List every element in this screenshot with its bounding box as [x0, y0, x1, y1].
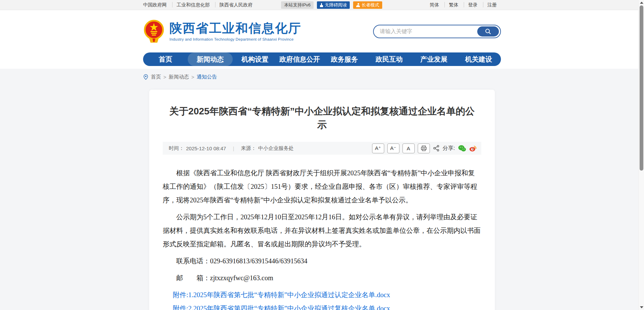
top-bar: 中国政府网 工业和信息化部 陕西省人民政府 本站支持IPv6 无障碍阅读 长者模… [0, 0, 644, 10]
elder-mode-button[interactable]: 长者模式 [353, 1, 382, 9]
nav-item-interaction[interactable]: 政民互动 [367, 52, 411, 66]
nav-item-home[interactable]: 首页 [143, 52, 188, 66]
top-link-china-gov[interactable]: 中国政府网 [143, 2, 171, 7]
publish-source: 中小企业服务处 [258, 145, 294, 152]
print-button[interactable] [418, 143, 430, 153]
wechat-share-icon[interactable] [458, 145, 466, 152]
accessibility-label: 无障碍阅读 [325, 2, 347, 8]
meta-separator: | [233, 146, 234, 151]
article-body: 根据《陕西省工业和信息化厅 陕西省财政厅关于组织开展2025年陕西省“专精特新”… [163, 166, 481, 310]
search-box [373, 25, 501, 38]
elder-mode-label: 长者模式 [362, 2, 379, 8]
font-decrease-button[interactable]: A⁻ [387, 143, 399, 153]
location-pin-icon [143, 74, 148, 80]
scrollbar-down-arrow[interactable] [640, 306, 643, 308]
main-nav-wrap: 首页 新闻动态 机构设置 政府信息公开 政务服务 政民互动 产业发展 机关建设 [0, 52, 644, 69]
search-button[interactable] [477, 26, 499, 37]
article-meta-bar: 时间： 2025-12-10 08:47 | 来源： 中小企业服务处 A⁺ A⁻… [163, 142, 481, 155]
traditional-chinese-link[interactable]: 繁体 [444, 2, 462, 7]
site-brand[interactable]: 陕西省工业和信息化厅 Industry and Information Tech… [143, 20, 301, 43]
nav-item-news[interactable]: 新闻动态 [188, 52, 232, 66]
article-meta-info: 时间： 2025-12-10 08:47 | 来源： 中小企业服务处 [169, 145, 294, 152]
breadcrumb-separator: > [191, 74, 194, 80]
contact-email: 邮 箱：zjtxzxqyfwc@163.com [163, 271, 481, 285]
breadcrumb-home[interactable]: 首页 [151, 74, 161, 80]
time-label: 时间： [169, 145, 184, 152]
font-reset-button[interactable]: A [402, 143, 415, 153]
national-emblem-logo [143, 20, 165, 43]
account-links: 简体 繁体 登录 注册 [426, 2, 501, 8]
breadcrumb-notices[interactable]: 通知公告 [197, 74, 217, 80]
login-link[interactable]: 登录 [464, 2, 482, 7]
scrollbar-up-arrow[interactable] [640, 2, 643, 4]
hand-icon [320, 3, 323, 7]
scrollbar-thumb[interactable] [640, 5, 643, 171]
share-label: 分享: [443, 145, 455, 152]
top-link-shaanxi-gov[interactable]: 陕西省人民政府 [215, 2, 257, 7]
article-tools: A⁺ A⁻ A 分享: [372, 143, 477, 153]
article-paragraph: 公示期为5个工作日，2025年12月10日至2025年12月16日。如对公示名单… [163, 210, 481, 251]
person-icon [356, 3, 360, 7]
share-icon [433, 145, 440, 152]
main-nav: 首页 新闻动态 机构设置 政府信息公开 政务服务 政民互动 产业发展 机关建设 [143, 52, 501, 66]
nav-item-agency[interactable]: 机关建设 [456, 52, 501, 66]
site-header: 陕西省工业和信息化厅 Industry and Information Tech… [0, 10, 644, 52]
page-background: 首页 > 新闻动态 > 通知公告 关于2025年陕西省“专精特新”中小企业拟认定… [0, 69, 644, 310]
search-icon [485, 28, 491, 35]
printer-icon [421, 146, 427, 151]
publish-time: 2025-12-10 08:47 [186, 146, 226, 151]
attachment-link-1[interactable]: 附件:1.2025年陕西省第七批“专精特新”中小企业拟通过认定企业名单.docx [173, 291, 390, 298]
site-subtitle: Industry and Information Technology Depa… [169, 37, 301, 41]
gov-site-links: 中国政府网 工业和信息化部 陕西省人民政府 [143, 2, 257, 8]
source-label: 来源： [241, 145, 256, 152]
nav-item-organization[interactable]: 机构设置 [233, 52, 277, 66]
site-title: 陕西省工业和信息化厅 [169, 21, 301, 36]
nav-item-industry[interactable]: 产业发展 [412, 52, 456, 66]
nav-item-gov-services[interactable]: 政务服务 [322, 52, 367, 66]
search-input[interactable] [380, 28, 477, 35]
breadcrumb: 首页 > 新闻动态 > 通知公告 [143, 73, 501, 81]
accessibility-mode-button[interactable]: 无障碍阅读 [317, 1, 350, 9]
font-increase-button[interactable]: A⁺ [372, 143, 384, 153]
ipv6-badge: 本站支持IPv6 [281, 1, 314, 9]
attachment-link-2[interactable]: 附件:2.2025年陕西省第四批“专精特新”中小企业拟通过复核企业名单.docx [173, 305, 390, 310]
article-card: 关于2025年陕西省“专精特新”中小企业拟认定和拟复核通过企业名单的公示 时间：… [149, 90, 495, 310]
top-link-miit[interactable]: 工业和信息化部 [172, 2, 214, 7]
top-badges: 本站支持IPv6 无障碍阅读 长者模式 [281, 1, 382, 9]
breadcrumb-separator: > [163, 74, 166, 80]
weibo-share-icon[interactable] [469, 145, 477, 152]
breadcrumb-news[interactable]: 新闻动态 [169, 74, 189, 80]
nav-item-info-disclosure[interactable]: 政府信息公开 [277, 52, 322, 66]
article-paragraph: 根据《陕西省工业和信息化厅 陕西省财政厅关于组织开展2025年陕西省“专精特新”… [163, 166, 481, 207]
contact-phone: 联系电话：029-63916813/63915446/63915634 [163, 254, 481, 268]
simplified-chinese-link[interactable]: 简体 [426, 2, 443, 7]
article-title: 关于2025年陕西省“专精特新”中小企业拟认定和拟复核通过企业名单的公示 [168, 105, 476, 132]
brand-text: 陕西省工业和信息化厅 Industry and Information Tech… [169, 21, 301, 41]
scrollbar[interactable] [638, 0, 644, 310]
register-link[interactable]: 注册 [483, 2, 501, 7]
